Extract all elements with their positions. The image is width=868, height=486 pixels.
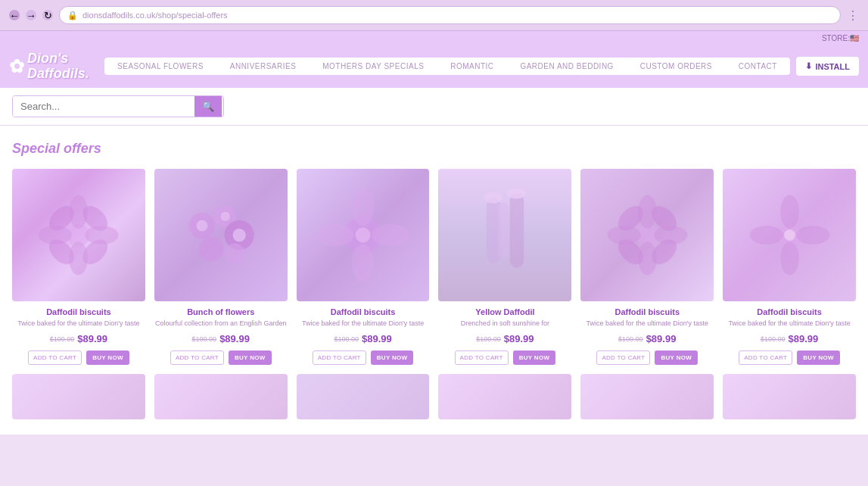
price-sale-1: $89.99 [219,333,250,344]
section-title: Special offers [12,141,856,157]
top-bar: STORE: 🇺🇸 [0,31,868,45]
logo-flower-icon: ✿ [9,56,24,77]
buy-now-4[interactable]: BUY NOW [655,350,698,365]
buy-now-3[interactable]: BUY NOW [513,350,556,365]
product-card-5: Daffodil biscuits Twice baked for the ul… [723,169,856,366]
product-grid: Daffodil biscuits Twice baked for the ul… [12,169,856,366]
search-bar-area: 🔍 [0,88,868,126]
install-button[interactable]: ⬇ Install [796,57,859,76]
bottom-thumb-3 [438,374,571,419]
nav-mothers-day[interactable]: Mothers Day Specials [316,62,430,70]
svg-point-16 [233,229,246,241]
nav-anniversaries[interactable]: Anniversaries [224,62,303,70]
bottom-row [12,374,856,419]
product-price-0: $100.00 $89.99 [50,333,107,344]
product-image-5 [723,169,856,302]
nav-romantic[interactable]: Romantic [444,62,499,70]
product-actions-2: ADD TO CART BUY NOW [297,350,430,365]
product-price-4: $100.00 $89.99 [618,333,676,344]
svg-rect-25 [498,202,509,258]
search-icon: 🔍 [202,101,214,112]
product-name-3: Yellow Daffodil [475,307,534,316]
bottom-thumb-1 [154,374,288,419]
price-original-4: $100.00 [618,335,643,343]
nav-links: Seasonal Flowers Anniversaries Mothers D… [104,58,791,75]
product-actions-0: ADD TO CART BUY NOW [12,350,145,365]
svg-point-12 [199,237,223,261]
nav-contact[interactable]: Contact [733,62,783,70]
svg-point-18 [352,188,375,226]
price-sale-2: $89.99 [362,333,392,344]
search-container: 🔍 [12,95,224,117]
logo-text: Dion'sDaffodils. [27,51,89,82]
price-original-1: $100.00 [192,335,217,343]
browser-chrome: ← → ↻ 🔒 dionsdaffodils.co.uk/shop/specia… [0,0,868,31]
product-card-3: Yellow Daffodil Drenched in soft sunshin… [438,169,571,366]
nav-seasonal-flowers[interactable]: Seasonal Flowers [111,62,210,70]
add-to-cart-0[interactable]: ADD TO CART [28,350,82,365]
product-actions-3: ADD TO CART BUY NOW [438,350,571,365]
svg-point-19 [352,245,375,282]
bottom-thumb-2 [297,374,430,419]
site-header: STORE: 🇺🇸 ✿ Dion'sDaffodils. Seasonal Fl… [0,31,868,88]
price-original-0: $100.00 [50,335,75,343]
add-to-cart-2[interactable]: ADD TO CART [313,350,366,365]
address-bar[interactable]: 🔒 dionsdaffodils.co.uk/shop/special-offe… [59,6,841,24]
svg-point-22 [356,228,371,243]
logo: ✿ Dion'sDaffodils. [9,51,89,82]
product-price-1: $100.00 $89.99 [192,333,250,344]
install-icon: ⬇ [805,61,812,71]
svg-point-20 [316,224,353,247]
product-desc-3: Drenched in soft sunshine for [461,319,549,329]
svg-point-14 [197,220,208,232]
svg-point-40 [749,226,782,245]
price-sale-4: $89.99 [646,333,677,344]
search-button[interactable]: 🔍 [194,96,222,117]
buy-now-5[interactable]: BUY NOW [797,350,840,365]
product-card-1: Bunch of flowers Colourful collection fr… [154,169,288,366]
bottom-thumb-5 [723,374,856,419]
price-original-3: $100.00 [476,335,501,343]
product-card-0: Daffodil biscuits Twice baked for the ul… [12,169,145,366]
product-price-5: $100.00 $89.99 [761,333,818,344]
product-actions-5: ADD TO CART BUY NOW [723,350,856,365]
product-name-2: Daffodil biscuits [331,307,396,316]
product-desc-5: Twice baked for the ultimate Dion'y tast… [728,319,850,329]
add-to-cart-5[interactable]: ADD TO CART [739,350,792,365]
bottom-thumb-0 [12,374,145,419]
nav-bar: ✿ Dion'sDaffodils. Seasonal Flowers Anni… [0,45,868,88]
svg-point-21 [372,224,409,247]
nav-garden-bedding[interactable]: Garden and Bedding [514,62,619,70]
product-actions-1: ADD TO CART BUY NOW [154,350,288,365]
svg-rect-24 [510,193,524,267]
back-button[interactable]: ← [9,10,20,20]
nav-custom-orders[interactable]: Custom Orders [634,62,718,70]
forward-button[interactable]: → [26,10,36,20]
product-image-3 [438,169,571,302]
buy-now-1[interactable]: BUY NOW [229,350,272,365]
browser-menu-icon[interactable]: ⋮ [847,8,859,23]
bottom-thumb-4 [580,374,714,419]
svg-point-15 [221,212,230,221]
svg-point-38 [780,195,799,229]
buy-now-0[interactable]: BUY NOW [86,350,129,365]
product-name-1: Bunch of flowers [187,307,254,316]
price-original-2: $100.00 [334,335,359,343]
address-text: dionsdaffodils.co.uk/shop/special-offers [82,11,832,20]
product-image-0 [12,169,145,302]
price-sale-0: $89.99 [77,333,107,344]
svg-point-41 [796,226,829,245]
product-card-4: Daffodil biscuits Twice baked for the ul… [580,169,714,366]
search-input[interactable] [13,96,194,117]
reload-button[interactable]: ↻ [42,10,53,20]
product-desc-4: Twice baked for the ultimate Dion'y tast… [586,319,708,329]
product-card-2: Daffodil biscuits Twice baked for the ul… [297,169,430,366]
add-to-cart-3[interactable]: ADD TO CART [455,350,509,365]
product-name-5: Daffodil biscuits [757,307,822,316]
svg-point-39 [780,241,799,275]
add-to-cart-4[interactable]: ADD TO CART [596,350,650,365]
buy-now-2[interactable]: BUY NOW [371,350,414,365]
product-desc-0: Twice baked for the ultimate Dion'y tast… [17,319,139,329]
price-original-5: $100.00 [761,335,786,343]
add-to-cart-1[interactable]: ADD TO CART [170,350,224,365]
